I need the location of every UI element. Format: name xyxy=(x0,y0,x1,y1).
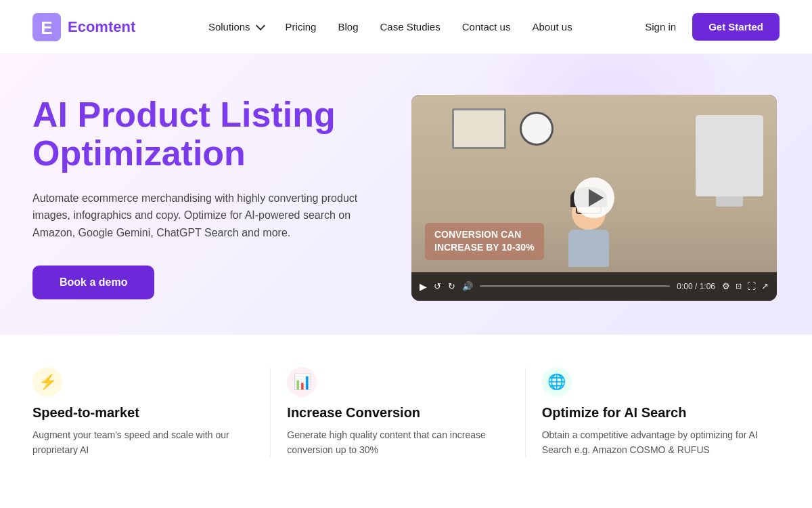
character-body xyxy=(568,230,609,267)
video-controls: ▶ ↺ ↻ 🔊 0:00 / 1:06 ⚙ ⊡ ⛶ ↗ xyxy=(411,272,777,301)
hero-title: AI Product Listing Optimization xyxy=(32,96,371,173)
video-miniplayer-button[interactable]: ⊡ xyxy=(736,282,742,291)
feature-ai-search-desc: Obtain a competitive advantage by optimi… xyxy=(542,427,763,458)
chevron-down-icon xyxy=(256,20,265,30)
video-fullscreen-button[interactable]: ⛶ xyxy=(747,281,756,291)
logo-icon: E xyxy=(32,13,61,41)
video-player[interactable]: CONVERSION CANINCREASE BY 10-30% ▶ ↺ ↻ 🔊… xyxy=(411,95,777,301)
hero-left: AI Product Listing Optimization Automate… xyxy=(32,96,371,299)
feature-ai-search: 🌐 Optimize for AI Search Obtain a compet… xyxy=(526,367,780,458)
feature-ai-search-title: Optimize for AI Search xyxy=(542,405,763,421)
video-overlay-text: CONVERSION CANINCREASE BY 10-30% xyxy=(425,223,544,260)
feature-conversion: 📊 Increase Conversion Generate high qual… xyxy=(271,367,525,458)
video-volume-button[interactable]: 🔊 xyxy=(462,281,473,291)
feature-speed-desc: Augment your team's speed and scale with… xyxy=(32,427,254,458)
video-clock xyxy=(520,112,554,146)
nav-links: Solutions Pricing Blog Case Studies Cont… xyxy=(208,21,572,33)
feature-ai-search-icon-wrap: 🌐 xyxy=(542,367,572,397)
video-rewind-button[interactable]: ↺ xyxy=(434,281,441,291)
hero-right: CONVERSION CANINCREASE BY 10-30% ▶ ↺ ↻ 🔊… xyxy=(411,95,777,301)
hero-section: AI Product Listing Optimization Automate… xyxy=(0,54,812,335)
nav-link-about-us[interactable]: About us xyxy=(532,21,572,33)
video-play-control[interactable]: ▶ xyxy=(420,281,427,292)
features-section: ⚡ Speed-to-market Augment your team's sp… xyxy=(0,335,812,485)
feature-conversion-title: Increase Conversion xyxy=(287,405,508,421)
feature-conversion-desc: Generate high quality content that can i… xyxy=(287,427,508,458)
video-right-controls: ⚙ ⊡ ⛶ ↗ xyxy=(722,281,769,291)
nav-link-pricing[interactable]: Pricing xyxy=(286,21,317,33)
svg-text:E: E xyxy=(41,18,52,38)
feature-conversion-icon-wrap: 📊 xyxy=(287,367,317,397)
logo-link[interactable]: E Ecomtent xyxy=(32,13,135,41)
feature-ai-search-icon: 🌐 xyxy=(547,373,566,391)
video-forward-button[interactable]: ↻ xyxy=(448,281,455,291)
nav-link-solutions[interactable]: Solutions xyxy=(208,21,264,33)
video-progress-bar[interactable] xyxy=(480,285,670,287)
video-wall-frame xyxy=(452,108,506,149)
feature-speed-icon-wrap: ⚡ xyxy=(32,367,62,397)
feature-conversion-icon: 📊 xyxy=(293,373,311,391)
video-monitor xyxy=(696,115,763,196)
nav-link-contact-us[interactable]: Contact us xyxy=(462,21,511,33)
logo-text: Ecomtent xyxy=(68,18,135,36)
nav-actions: Sign in Get Started xyxy=(645,13,780,41)
nav-link-blog[interactable]: Blog xyxy=(338,21,358,33)
video-timestamp: 0:00 / 1:06 xyxy=(677,282,715,291)
feature-speed-title: Speed-to-market xyxy=(32,405,254,421)
nav-link-case-studies[interactable]: Case Studies xyxy=(380,21,440,33)
book-demo-button[interactable]: Book a demo xyxy=(32,266,154,299)
play-icon xyxy=(589,189,604,207)
video-settings-button[interactable]: ⚙ xyxy=(722,281,730,291)
navbar: E Ecomtent Solutions Pricing Blog Case S… xyxy=(0,0,812,54)
video-share-button[interactable]: ↗ xyxy=(761,281,769,291)
hero-description: Automate ecommerce merchandising with hi… xyxy=(32,190,371,242)
play-button[interactable] xyxy=(574,177,614,218)
sign-in-button[interactable]: Sign in xyxy=(645,21,676,33)
feature-speed: ⚡ Speed-to-market Augment your team's sp… xyxy=(32,367,271,458)
feature-speed-icon: ⚡ xyxy=(39,373,57,391)
get-started-button[interactable]: Get Started xyxy=(692,13,780,41)
